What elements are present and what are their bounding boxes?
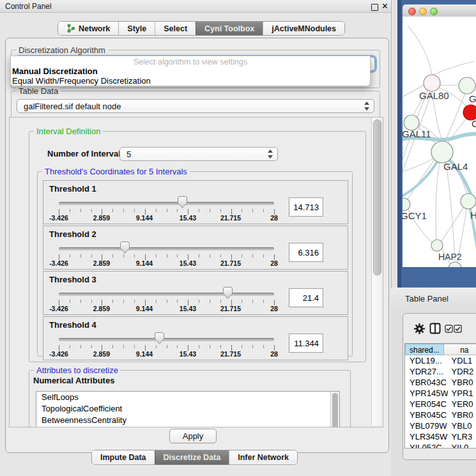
tick-label: -3.426	[49, 350, 68, 358]
table-row[interactable]: YPR145WYPR1	[405, 388, 476, 399]
checkbox-icon[interactable]	[454, 325, 462, 333]
popup-item-manual-discretization[interactable]: Manual Discretization	[12, 66, 98, 76]
tab-network[interactable]: Network	[58, 22, 118, 35]
numerical-attributes-label: Numerical Attributes	[33, 376, 114, 385]
tick-label: 21.715	[220, 259, 241, 267]
threshold-3-panel: Threshold 3 -3.426 2.859 9.144 15.43 21.…	[43, 271, 348, 315]
tab-discretize-data[interactable]: Discretize Data	[155, 450, 229, 464]
threshold-2-label: Threshold 2	[49, 229, 96, 239]
panel-scrollbar[interactable]	[371, 118, 382, 426]
screen: Control Panel ✕ Network Style Select	[0, 0, 476, 476]
table-data-title: Table Data	[16, 86, 61, 96]
cell[interactable]: YER054C	[405, 399, 448, 410]
scrollbar-thumb[interactable]	[373, 119, 381, 275]
minimize-traffic-light-icon[interactable]	[419, 8, 427, 15]
threshold-1-value-field[interactable]	[289, 197, 323, 217]
threshold-2-value-field[interactable]	[289, 243, 323, 262]
tab-cyni-toolbox[interactable]: Cyni Toolbox	[196, 22, 263, 35]
tick-label: 15.43	[180, 259, 196, 267]
cell[interactable]: YLR3	[448, 431, 476, 442]
node-bottom-partial[interactable]	[449, 262, 461, 267]
tab-infer-network[interactable]: Infer Network	[229, 450, 297, 464]
close-icon[interactable]: ✕	[381, 1, 388, 11]
popup-item-equal-width[interactable]: Equal Width/Frequency Discretization	[12, 76, 151, 86]
attributes-group-title: Attributes to discretize	[34, 365, 121, 375]
threshold-2-slider-track[interactable]	[59, 247, 274, 250]
node-gal4[interactable]	[431, 141, 453, 163]
tab-impute-data[interactable]: Impute Data	[92, 450, 155, 464]
threshold-4-value-field[interactable]	[289, 334, 323, 353]
table-row[interactable]: YDL19...YDL1	[405, 355, 476, 366]
attributes-list-scrollbar[interactable]	[330, 392, 339, 427]
threshold-1-slider-thumb[interactable]	[178, 196, 187, 208]
cell[interactable]: YBR0	[448, 410, 476, 420]
cell[interactable]: YDR27...	[405, 366, 448, 377]
table-row[interactable]: YDR27...YDR2	[405, 366, 476, 377]
number-of-intervals-value: 5	[127, 150, 131, 159]
threshold-4-slider-thumb[interactable]	[155, 332, 164, 344]
table-row[interactable]: YBL079WYBL0	[405, 420, 476, 431]
node-right-mid[interactable]	[461, 194, 476, 209]
threshold-1-panel: Threshold 1 -3.426 2.859 9.144 15.43 21.…	[43, 180, 348, 224]
table-panel-header[interactable]: Table Panel	[391, 288, 476, 310]
tick-label: 9.144	[136, 259, 153, 267]
threshold-3-value-field[interactable]	[289, 288, 323, 307]
table-row[interactable]: YLR345WYLR3	[405, 431, 476, 442]
close-traffic-light-icon[interactable]	[408, 8, 416, 15]
list-item[interactable]: TopologicalCoefficient	[36, 403, 339, 415]
cell[interactable]: YDR2	[448, 366, 476, 377]
gear-icon[interactable]	[413, 323, 426, 335]
node-hap2[interactable]	[431, 240, 443, 251]
column-header-name[interactable]: na	[444, 344, 476, 355]
checkbox-icon[interactable]	[445, 325, 453, 333]
tick-label: 15.43	[180, 305, 196, 312]
zoom-traffic-light-icon[interactable]	[430, 8, 438, 15]
float-window-icon[interactable]	[371, 4, 378, 11]
interval-definition-group: Interval Definition Number of Intervals …	[29, 131, 366, 362]
cell[interactable]: YBR0	[448, 377, 476, 388]
column-header-shared[interactable]: shared...	[405, 344, 444, 355]
attributes-group: Attributes to discretize Numerical Attri…	[29, 370, 351, 427]
cell[interactable]: YBL079W	[405, 420, 448, 431]
tab-jactivemnodules[interactable]: jActiveMNodules	[263, 22, 344, 35]
scrollbar-thumb[interactable]	[332, 393, 338, 427]
tab-select[interactable]: Select	[155, 22, 196, 35]
cell[interactable]: YBL0	[448, 420, 476, 431]
threshold-4-label: Threshold 4	[49, 320, 96, 330]
threshold-3-slider-track[interactable]	[59, 293, 274, 296]
table-row[interactable]: YBR043CYBR0	[405, 377, 476, 388]
network-canvas[interactable]: GAL80 GA C GAL11 GAL4 GCY1 H HAP2	[403, 17, 476, 267]
list-item[interactable]: SelfLoops	[36, 392, 339, 403]
cell[interactable]: YER0	[448, 399, 476, 410]
tick-label: 28	[270, 305, 278, 312]
cell[interactable]: YLR345W	[405, 431, 448, 442]
cell[interactable]: YDL1	[448, 355, 476, 366]
network-window-titlebar[interactable]	[403, 4, 476, 17]
cell[interactable]: YPR145W	[405, 388, 448, 399]
thresholds-group: Threshold's Coordinates for 5 Intervals …	[37, 171, 353, 357]
popup-placeholder-item[interactable]: Select algorithm to view settings	[11, 58, 370, 66]
numerical-attributes-list[interactable]: SelfLoops TopologicalCoefficient Between…	[36, 391, 340, 427]
tab-style[interactable]: Style	[118, 22, 155, 35]
table-panel-container: shared... na YDL19...YDL1 YDR27...YDR2 Y…	[403, 313, 476, 460]
control-panel-titlebar[interactable]: Control Panel ✕	[0, 0, 391, 13]
node-right-top[interactable]	[459, 77, 475, 94]
table-row[interactable]: YER054CYER0	[405, 399, 476, 410]
cell[interactable]: YPR1	[448, 388, 476, 399]
table-data-combobox[interactable]: galFiltered.sif default node	[17, 99, 374, 113]
number-of-intervals-combobox[interactable]: 5	[119, 147, 278, 161]
node-gcy1[interactable]	[403, 198, 410, 211]
threshold-1-label: Threshold 1	[49, 184, 96, 194]
threshold-4-slider-track[interactable]	[59, 338, 274, 341]
apply-button[interactable]: Apply	[169, 429, 217, 443]
split-columns-icon[interactable]	[429, 323, 441, 334]
cell[interactable]: YDL19...	[405, 355, 448, 366]
threshold-2-slider-thumb[interactable]	[120, 242, 130, 254]
node-gal80[interactable]	[424, 75, 440, 91]
threshold-1-slider-track[interactable]	[59, 202, 274, 205]
cell[interactable]: YBR045C	[405, 410, 448, 420]
list-item[interactable]: BetweennessCentrality	[36, 415, 339, 426]
table-row[interactable]: YBR045CYBR0	[405, 410, 476, 420]
threshold-3-slider-thumb[interactable]	[223, 287, 233, 299]
cell[interactable]: YBR043C	[405, 377, 448, 388]
